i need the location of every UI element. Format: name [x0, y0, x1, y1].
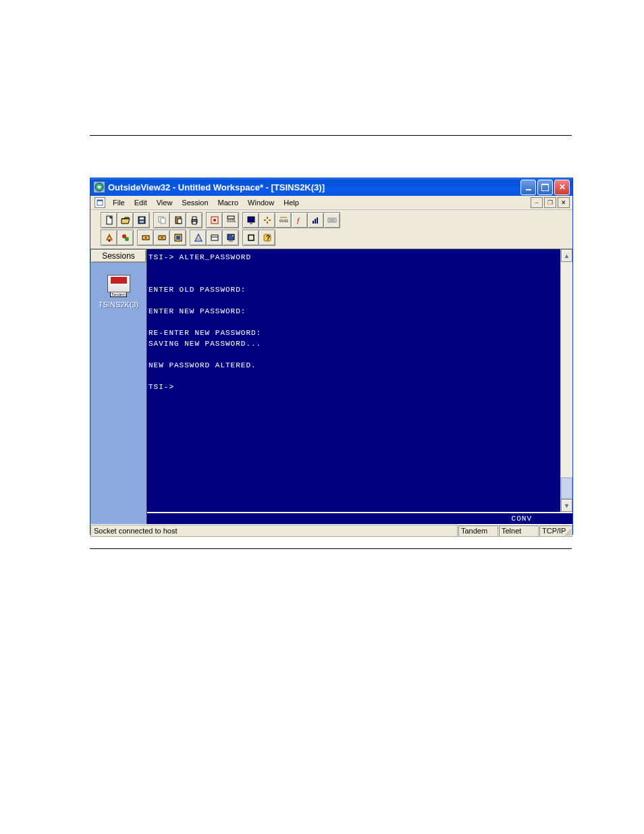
status-message: Socket connected to host	[90, 525, 458, 537]
svg-rect-20	[250, 223, 252, 224]
toolbar-row-1: 0101 0101 f	[93, 212, 570, 228]
tool-icon-3[interactable]	[259, 212, 275, 228]
session-brand-label: Tandem	[110, 292, 127, 297]
scroll-down-icon[interactable]: ▼	[561, 499, 572, 512]
terminal-mode-bar: CONV	[147, 512, 572, 524]
app-window: OutsideView32 - Untitled Workspace* - [T…	[90, 178, 573, 535]
scroll-up-icon[interactable]: ▲	[561, 249, 572, 262]
svg-rect-13	[192, 217, 196, 219]
svg-point-29	[108, 239, 111, 242]
print-icon[interactable]	[186, 212, 203, 228]
paste-icon[interactable]	[169, 212, 186, 228]
toolbar-area: 0101 0101 f	[90, 210, 572, 249]
status-transport: TCP/IP	[539, 525, 572, 537]
svg-point-42	[232, 235, 234, 236]
page-rule-bottom	[90, 548, 572, 549]
page-rule-top	[90, 135, 572, 136]
svg-text:f: f	[297, 216, 300, 224]
menu-window[interactable]: Window	[243, 197, 279, 208]
chart-icon[interactable]	[307, 212, 324, 228]
svg-rect-25	[317, 217, 318, 224]
monitor-icon[interactable]	[242, 212, 259, 228]
session-item[interactable]: Tandem	[106, 275, 132, 299]
svg-rect-24	[315, 219, 316, 224]
terminal-wrap: TSI-> ALTER_PASSWORD ENTER OLD PASSWORD:…	[146, 249, 572, 524]
menubar: File Edit View Session Macro Window Help…	[90, 196, 572, 210]
svg-rect-2	[97, 200, 103, 201]
vertical-scrollbar[interactable]: ▲ ▼	[560, 249, 572, 512]
titlebar[interactable]: OutsideView32 - Untitled Workspace* - [T…	[90, 178, 572, 196]
app-icon	[93, 181, 105, 193]
open-icon[interactable]	[117, 212, 134, 228]
tool2-icon-9[interactable]	[242, 230, 259, 246]
tool2-icon-2[interactable]	[117, 230, 134, 246]
svg-text:0101: 0101	[227, 219, 236, 223]
mdi-minimize-button[interactable]: –	[531, 197, 543, 208]
svg-rect-5	[140, 217, 144, 219]
terminal-output[interactable]: TSI-> ALTER_PASSWORD ENTER OLD PASSWORD:…	[147, 249, 560, 512]
tool2-icon-7[interactable]	[206, 230, 223, 246]
menu-view[interactable]: View	[152, 197, 178, 208]
tool2-icon-5[interactable]	[169, 230, 186, 246]
svg-rect-23	[313, 221, 314, 224]
svg-text:0101: 0101	[279, 219, 288, 223]
copy-icon[interactable]	[153, 212, 170, 228]
svg-rect-26	[328, 218, 336, 222]
svg-rect-19	[248, 217, 254, 222]
tool2-icon-6[interactable]	[190, 230, 207, 246]
svg-rect-38	[211, 235, 218, 240]
toolbar-row-2: ?	[93, 230, 570, 246]
svg-rect-43	[248, 235, 254, 240]
scroll-track[interactable]	[561, 262, 572, 499]
client-area: Sessions Tandem TSINS2K(3) TSI-> ALTER_P…	[90, 249, 572, 524]
mdi-icon[interactable]	[95, 197, 105, 208]
status-protocol: Telnet	[498, 525, 539, 537]
menu-help[interactable]: Help	[279, 197, 304, 208]
svg-rect-6	[140, 221, 144, 223]
tool2-icon-4[interactable]	[153, 230, 170, 246]
svg-rect-36	[176, 236, 180, 240]
svg-text:?: ?	[266, 234, 270, 242]
mdi-restore-button[interactable]: ❐	[544, 197, 556, 208]
svg-point-33	[144, 237, 146, 239]
window-title: OutsideView32 - Untitled Workspace* - [T…	[108, 182, 520, 192]
close-button[interactable]: ✕	[554, 180, 570, 195]
menu-session[interactable]: Session	[177, 197, 213, 208]
menu-edit[interactable]: Edit	[130, 197, 152, 208]
minimize-button[interactable]	[520, 180, 536, 195]
save-icon[interactable]	[133, 212, 150, 228]
keyboard-icon[interactable]	[323, 212, 340, 228]
tool-icon-4[interactable]: 0101	[275, 212, 292, 228]
function-icon[interactable]: f	[291, 212, 308, 228]
tool2-icon-1[interactable]	[101, 230, 117, 246]
svg-rect-11	[178, 219, 182, 224]
terminal-mode: CONV	[512, 515, 532, 523]
tool-icon-1[interactable]	[206, 212, 223, 228]
tool-icon-2[interactable]: 0101	[222, 212, 239, 228]
svg-rect-10	[177, 216, 180, 217]
svg-rect-8	[161, 218, 165, 224]
svg-point-16	[213, 219, 216, 221]
resize-grip-icon[interactable]	[563, 527, 571, 536]
sessions-panel: Sessions Tandem TSINS2K(3)	[90, 249, 146, 524]
tool2-icon-8[interactable]	[222, 230, 239, 246]
statusbar: Socket connected to host Tandem Telnet T…	[90, 524, 572, 537]
svg-rect-41	[229, 240, 233, 242]
mdi-close-button[interactable]: ✕	[558, 197, 570, 208]
svg-rect-14	[192, 221, 196, 224]
tool2-icon-3[interactable]	[137, 230, 154, 246]
sessions-header[interactable]: Sessions	[90, 249, 146, 263]
scroll-thumb[interactable]	[561, 477, 572, 499]
maximize-button[interactable]	[537, 180, 553, 195]
svg-point-31	[125, 237, 129, 241]
terminal-icon	[107, 275, 130, 292]
status-emulation: Tandem	[458, 525, 498, 537]
menu-file[interactable]: File	[108, 197, 130, 208]
new-icon[interactable]	[101, 212, 117, 228]
menu-macro[interactable]: Macro	[213, 197, 244, 208]
session-label: TSINS2K(3)	[99, 301, 138, 309]
help-icon[interactable]: ?	[259, 230, 275, 246]
